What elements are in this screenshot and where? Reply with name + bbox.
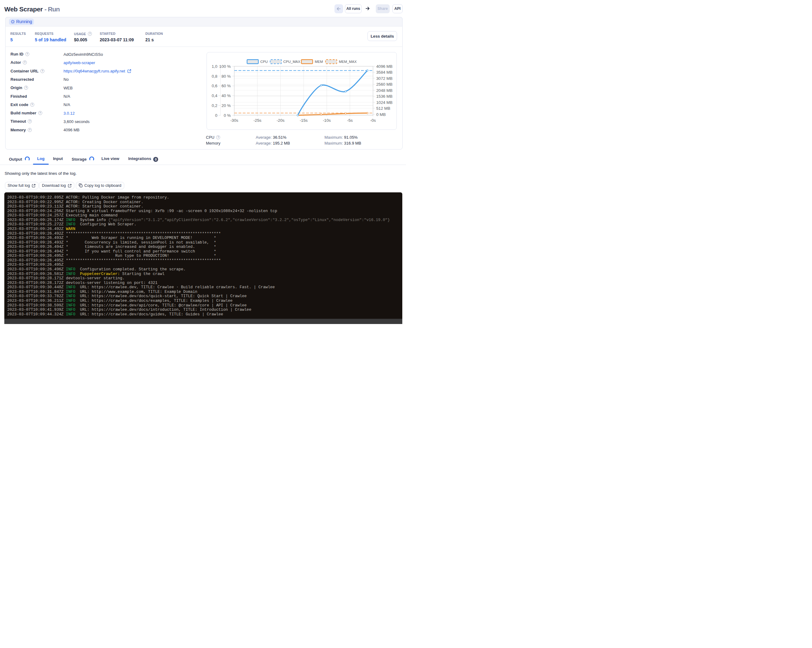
svg-text:MEM: MEM xyxy=(315,60,323,64)
svg-text:CPU: CPU xyxy=(261,60,268,64)
svg-text:-0s: -0s xyxy=(370,118,376,123)
svg-text:3584 MB: 3584 MB xyxy=(376,70,393,75)
svg-text:-5s: -5s xyxy=(347,118,353,123)
svg-text:0,2: 0,2 xyxy=(212,103,217,108)
svg-text:3072 MB: 3072 MB xyxy=(376,76,393,81)
svg-text:-10s: -10s xyxy=(323,118,331,123)
svg-text:-20s: -20s xyxy=(276,118,285,123)
svg-text:100 %: 100 % xyxy=(219,64,231,69)
svg-text:40 %: 40 % xyxy=(221,93,230,98)
svg-text:1536 MB: 1536 MB xyxy=(376,94,393,99)
svg-text:0 %: 0 % xyxy=(224,113,231,118)
svg-text:4096 MB: 4096 MB xyxy=(376,64,393,69)
svg-text:0,8: 0,8 xyxy=(212,74,217,79)
svg-text:2048 MB: 2048 MB xyxy=(376,88,393,93)
svg-text:2560 MB: 2560 MB xyxy=(376,82,393,87)
svg-text:-25s: -25s xyxy=(253,118,261,123)
svg-text:0,6: 0,6 xyxy=(212,84,217,88)
svg-text:1024 MB: 1024 MB xyxy=(376,100,393,105)
svg-text:-15s: -15s xyxy=(300,118,308,123)
svg-text:60 %: 60 % xyxy=(221,84,230,88)
svg-text:0: 0 xyxy=(215,113,217,118)
svg-text:0 MB: 0 MB xyxy=(376,112,386,117)
svg-text:80 %: 80 % xyxy=(221,74,230,79)
svg-text:CPU_MAX: CPU_MAX xyxy=(283,60,300,64)
svg-text:20 %: 20 % xyxy=(221,103,230,108)
svg-text:-30s: -30s xyxy=(230,118,238,123)
svg-text:MEM_MAX: MEM_MAX xyxy=(339,60,357,64)
svg-text:0,4: 0,4 xyxy=(212,93,217,98)
svg-text:512 MB: 512 MB xyxy=(376,106,391,111)
svg-text:1,0: 1,0 xyxy=(212,64,217,69)
